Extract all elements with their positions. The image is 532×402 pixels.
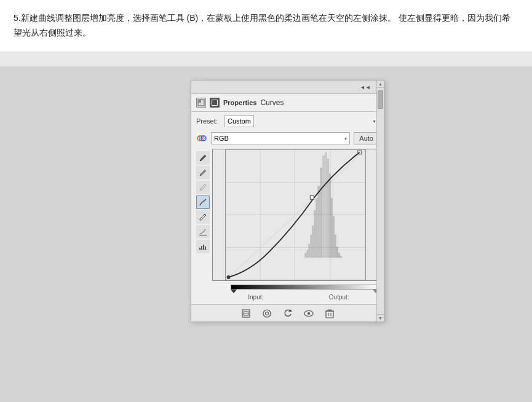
input-label: Input: — [248, 294, 263, 301]
gradient-bar — [231, 285, 379, 290]
svg-rect-28 — [314, 210, 316, 258]
svg-rect-6 — [200, 175, 201, 176]
view-previous-button[interactable] — [260, 307, 274, 320]
toggle-visibility-button[interactable] — [302, 307, 316, 320]
svg-rect-36 — [331, 198, 333, 258]
svg-rect-23 — [304, 253, 306, 258]
svg-rect-5 — [200, 160, 201, 161]
scrollbar: ▲ ▼ — [376, 81, 384, 321]
svg-rect-7 — [200, 189, 201, 191]
panel-header: Properties Curves — [191, 94, 384, 112]
svg-rect-58 — [328, 310, 332, 311]
svg-rect-10 — [199, 248, 200, 250]
channel-icon — [196, 133, 207, 144]
eyedropper-gray-tool[interactable] — [196, 166, 210, 179]
clip-to-layer-button[interactable] — [239, 307, 253, 320]
svg-rect-41 — [340, 256, 342, 258]
svg-rect-26 — [310, 235, 312, 258]
svg-point-43 — [227, 275, 231, 279]
svg-rect-54 — [326, 311, 333, 318]
svg-rect-42 — [310, 195, 314, 199]
svg-rect-34 — [327, 159, 329, 258]
rgb-row: RGB Auto — [191, 130, 384, 146]
scrollbar-down-button[interactable]: ▼ — [377, 314, 384, 321]
input-group: Input: — [216, 294, 296, 301]
svg-rect-38 — [335, 235, 336, 258]
output-group: Output: — [300, 294, 379, 301]
histogram-tool[interactable] — [196, 240, 210, 253]
pencil-tool[interactable] — [196, 210, 210, 224]
properties-panel: ◄◄ ≡ Properties Curves Preset: Custom — [191, 80, 384, 322]
svg-rect-35 — [329, 174, 331, 258]
svg-rect-24 — [306, 250, 308, 258]
svg-rect-30 — [317, 186, 320, 258]
curves-main — [191, 146, 384, 283]
panel-titlebar: ◄◄ ≡ — [191, 81, 384, 94]
svg-rect-12 — [203, 245, 204, 250]
instruction-text: 5.新建曲线调整图层增加亮度，选择画笔工具 (B)，在蒙板上使用黑色的柔边画笔在… — [0, 0, 532, 52]
svg-point-53 — [308, 312, 310, 315]
adjustment-icon — [196, 98, 206, 108]
curves-icon — [210, 98, 220, 108]
preset-label: Preset: — [196, 117, 221, 125]
curve-smooth-btn[interactable] — [196, 225, 210, 238]
gradient-row — [191, 283, 384, 292]
output-label: Output: — [329, 294, 349, 301]
svg-rect-37 — [333, 216, 335, 258]
rgb-channel-select[interactable]: RGB — [211, 132, 350, 144]
svg-rect-29 — [316, 198, 317, 258]
collapse-button[interactable]: ◄◄ — [359, 84, 372, 91]
svg-rect-33 — [325, 152, 327, 258]
svg-point-49 — [263, 310, 271, 317]
svg-rect-1 — [199, 100, 201, 103]
svg-rect-13 — [205, 246, 206, 250]
svg-rect-32 — [322, 156, 325, 258]
eyedropper-black-tool[interactable] — [196, 151, 210, 165]
svg-point-50 — [265, 312, 268, 315]
svg-rect-40 — [338, 253, 340, 258]
scrollbar-up-button[interactable]: ▲ — [377, 81, 384, 88]
svg-rect-31 — [320, 168, 322, 258]
gradient-bar-container — [231, 285, 379, 290]
scrollbar-track — [377, 88, 384, 314]
reset-button[interactable] — [281, 307, 295, 320]
preset-select[interactable]: Custom — [224, 115, 254, 127]
io-row: Input: Output: — [191, 292, 384, 304]
svg-rect-11 — [201, 246, 202, 250]
delete-button[interactable] — [323, 307, 336, 320]
tool-column — [196, 149, 210, 281]
svg-rect-39 — [336, 247, 338, 258]
bottom-toolbar — [191, 304, 384, 321]
scrollbar-thumb[interactable] — [378, 90, 383, 109]
svg-rect-25 — [308, 244, 310, 258]
curves-graph-wrapper — [212, 149, 379, 281]
rgb-select-wrapper: RGB — [211, 132, 350, 144]
panel-title: Properties — [223, 99, 256, 106]
curves-smooth-tool[interactable] — [196, 195, 210, 209]
preset-row: Preset: Custom — [191, 112, 384, 130]
auto-button[interactable]: Auto — [354, 132, 379, 144]
preset-select-wrapper: Custom — [224, 115, 379, 127]
curves-graph[interactable] — [212, 149, 379, 281]
eyedropper-white-tool[interactable] — [196, 181, 210, 194]
svg-rect-27 — [312, 226, 314, 258]
curves-label: Curves — [260, 98, 284, 107]
black-point-slider[interactable] — [231, 290, 237, 293]
